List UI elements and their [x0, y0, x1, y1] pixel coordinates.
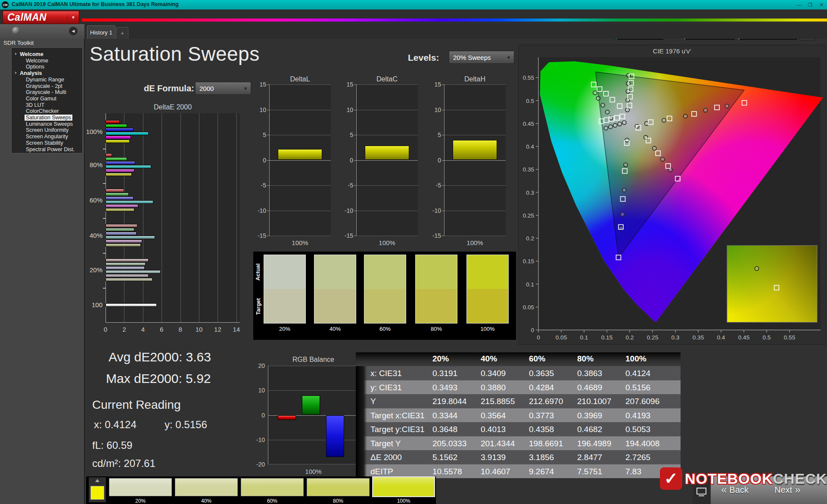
y-axis-tick-label: -10	[248, 436, 265, 443]
table-row-label: x: CIE31	[370, 369, 402, 378]
deltae-bar	[106, 124, 127, 128]
table-cell: 3.1856	[529, 453, 554, 462]
add-tab-button[interactable]: +	[116, 27, 128, 39]
sidebar-item-color-gamut[interactable]: Color Gamut	[26, 96, 56, 102]
saturation-tab-40%[interactable]	[175, 478, 238, 496]
saturation-tab-label: 100%	[372, 498, 435, 504]
gridline	[444, 160, 506, 161]
y-axis-tick	[354, 211, 356, 211]
y-axis-tick-label: -20	[248, 461, 265, 468]
x-axis-tick-label: 6	[156, 326, 167, 333]
saturation-tab-60%[interactable]	[241, 478, 304, 496]
saturation-tab-20%[interactable]	[109, 478, 172, 496]
x-axis-line	[106, 322, 240, 323]
sidebar-item-options[interactable]: Options	[26, 64, 44, 70]
sidebar-item-welcome[interactable]: Welcome	[26, 58, 48, 64]
back-button[interactable]: « Back	[718, 482, 749, 497]
chart-plot	[268, 366, 359, 464]
maximize-button[interactable]: ❐	[805, 0, 816, 9]
x-axis-tick-label: 0	[100, 326, 111, 333]
cie-measured-marker-blue	[625, 138, 629, 142]
y-axis-tick-label: 0	[248, 412, 265, 419]
minimize-button[interactable]: —	[793, 0, 805, 9]
sidebar-item-screen-stability[interactable]: Screen Stability	[26, 140, 63, 146]
sidebar-item-colorchecker[interactable]: ColorChecker	[26, 108, 59, 114]
sidebar-section-analysis[interactable]: Analysis	[20, 70, 42, 76]
y-axis-tick-label: 15	[339, 81, 353, 88]
group-separator-tick	[103, 253, 106, 254]
y-axis-line	[268, 366, 268, 464]
sidebar-item-grayscale-2pt[interactable]: Grayscale - 2pt	[26, 83, 62, 89]
table-col-header: 40%	[481, 354, 497, 364]
sidebar-collapse-icon[interactable]: ◀	[69, 27, 78, 35]
logo-row: CalMAN ▼	[0, 9, 827, 25]
sidebar-item-screen-uniformity[interactable]: Screen Uniformity	[26, 127, 68, 133]
levels-dropdown[interactable]: 20% Sweeps ▼	[449, 51, 514, 64]
deltae-bar	[106, 232, 137, 235]
cie-measured-marker-blue	[620, 212, 624, 216]
y-axis-tick-label: -10	[252, 207, 266, 214]
chart-title: DeltaL	[269, 75, 331, 83]
next-label: Next	[774, 485, 792, 495]
cie-measured-marker-red	[684, 114, 687, 118]
back-chevron-icon: «	[721, 484, 727, 496]
table-row-label: ΔE 2000	[370, 453, 402, 462]
rgb-bar-blue	[326, 415, 344, 457]
table-cell: 198.6691	[529, 439, 563, 448]
deltae-bar	[106, 240, 142, 243]
display-preview-button[interactable]	[693, 476, 711, 504]
deltae-bar	[106, 303, 157, 307]
swatch-actual	[416, 255, 457, 289]
table-cell: 0.4124	[625, 369, 650, 378]
x-axis-tick-label: 8	[175, 326, 186, 333]
swatch-column-80%	[415, 255, 457, 324]
table-row: y: CIE310.34930.38800.42840.46890.5156	[356, 380, 681, 395]
table-col-header: 80%	[577, 354, 594, 364]
saturation-tab-80%[interactable]	[307, 478, 370, 496]
sidebar-item-3d-lut[interactable]: 3D LUT	[26, 102, 44, 108]
table-col-header: 20%	[432, 354, 449, 364]
close-button[interactable]: ✕	[816, 0, 827, 9]
cie-measured-marker-green	[601, 103, 605, 107]
y-axis-tick-label: 20	[248, 362, 265, 369]
gridline	[356, 84, 418, 85]
sidebar-section-welcome[interactable]: Welcome	[20, 51, 44, 57]
y-axis-tick-label: 0	[339, 157, 353, 164]
current-x: x: 0.4124	[94, 419, 137, 431]
gridline	[268, 464, 359, 464]
deltae-plot	[106, 113, 240, 323]
cie-measured-marker-blue	[622, 188, 626, 192]
y-axis-tick	[442, 160, 444, 161]
gridline	[124, 113, 124, 323]
rgb-bar-green	[302, 395, 320, 415]
current-patch-tab[interactable]	[89, 477, 106, 502]
tab-history-1[interactable]: History 1	[87, 25, 115, 39]
y-axis-tick	[442, 135, 444, 135]
window-title: CalMAN 2019 CalMAN Ultimate for Business…	[12, 1, 179, 7]
group-label: 40%	[82, 232, 103, 239]
measurement-table: 20%40%60%80%100%x: CIE310.31910.34090.36…	[356, 352, 681, 478]
sidebar-item-saturation-sweeps[interactable]: Saturation Sweeps	[25, 115, 72, 121]
sidebar-item-spectral-power-dist[interactable]: Spectral Power Dist.	[26, 146, 75, 152]
saturation-tab-100%[interactable]	[372, 476, 435, 497]
de-formula-dropdown[interactable]: 2000 ▼	[195, 82, 251, 95]
table-cell: 0.3648	[432, 425, 457, 434]
gridline	[162, 113, 162, 323]
sidebar-item-screen-angularity[interactable]: Screen Angularity	[26, 134, 68, 140]
cie-x-tick-label: 0.25	[647, 334, 658, 341]
y-axis-tick-label: -5	[339, 182, 353, 189]
workflow-radio-icon[interactable]	[12, 27, 20, 35]
y-axis-tick	[354, 84, 356, 85]
calman-menu-button[interactable]: CalMAN ▼	[3, 11, 79, 24]
cie-y-tick-label: 0.35	[523, 166, 534, 173]
group-separator-tick	[103, 288, 106, 289]
chart-title: RGB Balance	[268, 356, 359, 364]
next-button[interactable]: Next »	[774, 482, 803, 497]
cie-x-tick-label: 0	[537, 334, 540, 341]
cie-y-tick-label: 0.1	[526, 281, 534, 288]
sidebar-item-grayscale-multi[interactable]: Grayscale - Multi	[26, 89, 66, 95]
deltae-bar	[106, 157, 127, 161]
sidebar-item-luminance-sweeps[interactable]: Luminance Sweeps	[26, 121, 73, 127]
saturation-tab-label: 40%	[175, 498, 238, 504]
sidebar-item-dynamic-range[interactable]: Dynamic Range	[26, 77, 64, 83]
